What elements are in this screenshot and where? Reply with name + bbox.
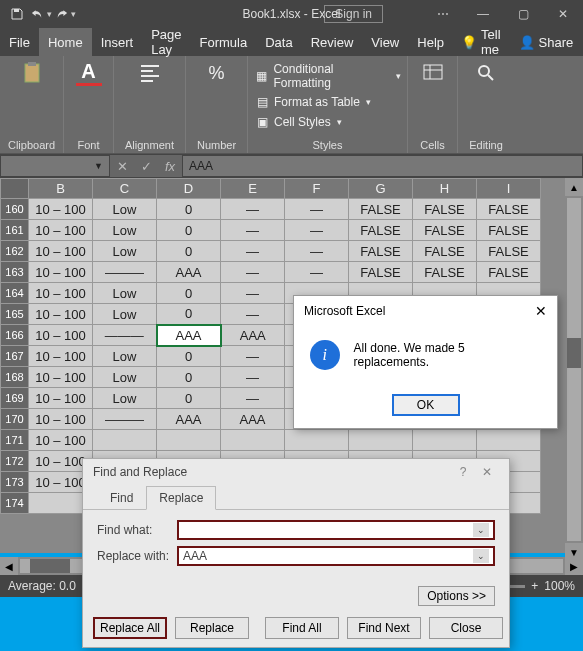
cell[interactable]: 10 – 100: [29, 409, 93, 430]
scroll-up-icon[interactable]: ▲: [565, 178, 583, 196]
formula-input[interactable]: AAA: [182, 155, 583, 177]
cell[interactable]: Low: [93, 283, 157, 304]
column-header[interactable]: C: [93, 179, 157, 199]
cell[interactable]: [349, 430, 413, 451]
cell[interactable]: 10 – 100: [29, 388, 93, 409]
tab-review[interactable]: Review: [302, 28, 363, 56]
row-header[interactable]: 174: [1, 493, 29, 514]
cell[interactable]: ———: [93, 262, 157, 283]
row-header[interactable]: 173: [1, 472, 29, 493]
find-next-button[interactable]: Find Next: [347, 617, 421, 639]
cell[interactable]: 10 – 100: [29, 367, 93, 388]
conditional-formatting-button[interactable]: ▦Conditional Formatting▾: [254, 60, 401, 92]
paste-button[interactable]: [19, 60, 45, 86]
cell[interactable]: FALSE: [349, 241, 413, 262]
cell[interactable]: —: [221, 199, 285, 220]
cell[interactable]: [477, 430, 541, 451]
cell[interactable]: —: [221, 367, 285, 388]
cell[interactable]: AAA: [157, 325, 221, 346]
cell[interactable]: Low: [93, 220, 157, 241]
enter-formula-icon[interactable]: ✓: [134, 159, 158, 174]
row-header[interactable]: 161: [1, 220, 29, 241]
cell[interactable]: 0: [157, 367, 221, 388]
alignment-button[interactable]: [137, 60, 163, 86]
cell[interactable]: —: [285, 199, 349, 220]
tab-find[interactable]: Find: [97, 486, 146, 510]
chevron-down-icon[interactable]: ⌄: [473, 523, 489, 537]
tab-formulas[interactable]: Formula: [191, 28, 257, 56]
undo-icon[interactable]: ▾: [30, 3, 52, 25]
cell[interactable]: ———: [93, 409, 157, 430]
tab-home[interactable]: Home: [39, 28, 92, 56]
cell[interactable]: 10 – 100: [29, 220, 93, 241]
close-icon[interactable]: ✕: [535, 303, 547, 319]
cell[interactable]: 10 – 100: [29, 430, 93, 451]
cell[interactable]: AAA: [221, 409, 285, 430]
cell-styles-button[interactable]: ▣Cell Styles▾: [254, 112, 401, 132]
cell[interactable]: 0: [157, 241, 221, 262]
cell[interactable]: FALSE: [477, 199, 541, 220]
cell[interactable]: [93, 430, 157, 451]
chevron-down-icon[interactable]: ▼: [94, 161, 103, 171]
cell[interactable]: Low: [93, 367, 157, 388]
help-icon[interactable]: ?: [451, 465, 475, 479]
name-box[interactable]: ▼: [0, 155, 110, 177]
cell[interactable]: —: [221, 283, 285, 304]
cell[interactable]: FALSE: [413, 241, 477, 262]
cell[interactable]: —: [285, 241, 349, 262]
tab-data[interactable]: Data: [256, 28, 301, 56]
cell[interactable]: FALSE: [413, 262, 477, 283]
column-header[interactable]: I: [477, 179, 541, 199]
vertical-scrollbar[interactable]: ▲ ▼: [565, 178, 583, 561]
scroll-right-icon[interactable]: ▶: [565, 557, 583, 575]
tab-insert[interactable]: Insert: [92, 28, 143, 56]
ok-button[interactable]: OK: [392, 394, 460, 416]
cell[interactable]: 0: [157, 346, 221, 367]
cell[interactable]: FALSE: [349, 199, 413, 220]
cell[interactable]: Low: [93, 388, 157, 409]
cell[interactable]: —: [221, 241, 285, 262]
row-header[interactable]: 172: [1, 451, 29, 472]
cell[interactable]: FALSE: [477, 241, 541, 262]
row-header[interactable]: 165: [1, 304, 29, 325]
tab-replace[interactable]: Replace: [146, 486, 216, 510]
replace-button[interactable]: Replace: [175, 617, 249, 639]
row-header[interactable]: 162: [1, 241, 29, 262]
cell[interactable]: Low: [93, 304, 157, 325]
format-as-table-button[interactable]: ▤Format as Table▾: [254, 92, 401, 112]
column-header[interactable]: G: [349, 179, 413, 199]
cell[interactable]: 0: [157, 304, 221, 325]
cell[interactable]: 0: [157, 388, 221, 409]
cell[interactable]: [413, 430, 477, 451]
row-header[interactable]: 167: [1, 346, 29, 367]
cancel-formula-icon[interactable]: ✕: [110, 159, 134, 174]
scroll-left-icon[interactable]: ◀: [0, 557, 18, 575]
cell[interactable]: FALSE: [413, 199, 477, 220]
cell[interactable]: 10 – 100: [29, 346, 93, 367]
font-button[interactable]: A: [76, 60, 102, 86]
cells-button[interactable]: [420, 60, 446, 86]
maximize-icon[interactable]: ▢: [503, 0, 543, 28]
replace-all-button[interactable]: Replace All: [93, 617, 167, 639]
replace-with-input[interactable]: AAA⌄: [177, 546, 495, 566]
cell[interactable]: —: [221, 304, 285, 325]
save-icon[interactable]: [6, 3, 28, 25]
close-icon[interactable]: ✕: [543, 0, 583, 28]
row-header[interactable]: 160: [1, 199, 29, 220]
cell[interactable]: 10 – 100: [29, 325, 93, 346]
cell[interactable]: 0: [157, 199, 221, 220]
column-header[interactable]: F: [285, 179, 349, 199]
column-header[interactable]: H: [413, 179, 477, 199]
tab-view[interactable]: View: [362, 28, 408, 56]
editing-button[interactable]: [473, 60, 499, 86]
row-header[interactable]: 168: [1, 367, 29, 388]
cell[interactable]: 10 – 100: [29, 304, 93, 325]
cell[interactable]: [157, 430, 221, 451]
cell[interactable]: [221, 430, 285, 451]
cell[interactable]: —: [285, 220, 349, 241]
cell[interactable]: —: [221, 346, 285, 367]
find-what-input[interactable]: ⌄: [177, 520, 495, 540]
cell[interactable]: 10 – 100: [29, 262, 93, 283]
find-all-button[interactable]: Find All: [265, 617, 339, 639]
scroll-thumb[interactable]: [567, 338, 581, 368]
